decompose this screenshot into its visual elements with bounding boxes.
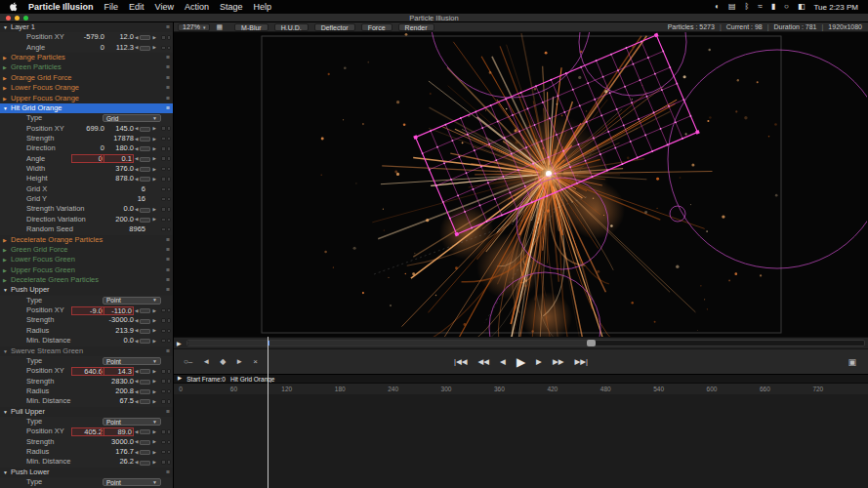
triangle-down-icon[interactable]: ▼ [3, 285, 8, 295]
battery-icon[interactable]: ▮ [771, 3, 775, 11]
spotlight-icon[interactable]: ○ [784, 3, 789, 11]
graph-toggle-icon[interactable] [167, 399, 172, 404]
mblur-button[interactable]: M-Blur [234, 23, 269, 31]
keyframe-toggle-icon[interactable] [161, 429, 166, 434]
emitter-row[interactable]: ▼Layer 1≡ [0, 22, 173, 32]
emitter-row[interactable]: ▼Pull Upper≡ [0, 407, 173, 417]
stepper-right-icon[interactable]: ▶ [152, 429, 155, 435]
param-value[interactable]: 200.8 [101, 386, 134, 396]
stepper-right-icon[interactable]: ▶ [152, 126, 155, 132]
param-value[interactable]: 67.5 [101, 396, 134, 406]
stepper-right-icon[interactable]: ▶ [152, 45, 155, 51]
keyframe-toggle-icon[interactable] [161, 207, 166, 212]
stepper-right-icon[interactable]: ▶ [152, 318, 155, 324]
timeline-tracks[interactable] [174, 394, 868, 488]
stepper-right-icon[interactable]: ▶ [152, 207, 155, 213]
triangle-right-icon[interactable]: ▶ [3, 235, 7, 245]
stepper-right-icon[interactable]: ▶ [152, 328, 155, 334]
jump-end-button[interactable]: ▶▶| [574, 358, 587, 366]
row-menu-icon[interactable]: ≡ [166, 346, 170, 356]
menu-item-stage[interactable]: Stage [220, 2, 243, 12]
keyframe-toggle-icon[interactable] [161, 308, 166, 313]
menu-item-edit[interactable]: Edit [129, 2, 145, 12]
stepper-right-icon[interactable]: ▶ [152, 217, 155, 223]
timeline-ruler[interactable]: 060120180240300360420480540600660720 [174, 383, 868, 394]
force-button[interactable]: Force [361, 23, 393, 31]
stepper-right-icon[interactable]: ▶ [152, 460, 155, 466]
triangle-right-icon[interactable]: ▶ [3, 265, 7, 275]
keyframe-toggle-icon[interactable] [161, 318, 166, 323]
stepper-right-icon[interactable]: ▶ [152, 389, 155, 395]
param-row[interactable]: Direction Variation200.0◀▶ [0, 215, 173, 224]
keyframe-toggle-icon[interactable] [161, 379, 166, 384]
graph-toggle-icon[interactable] [167, 369, 172, 374]
keyframe-toggle-icon[interactable] [161, 156, 166, 161]
stepper-right-icon[interactable]: ▶ [152, 35, 155, 41]
type-dropdown[interactable]: Point▼ [103, 357, 161, 365]
param-value[interactable]: -3000.0 [101, 315, 134, 325]
param-value[interactable]: 0 [71, 154, 104, 163]
param-row[interactable]: TypeGrid▼ [0, 113, 173, 123]
graph-toggle-icon[interactable] [167, 35, 172, 40]
type-dropdown[interactable]: Point▼ [103, 418, 161, 426]
stepper-left-icon[interactable]: ◀ [135, 369, 138, 375]
graph-toggle-icon[interactable] [167, 389, 172, 394]
emitter-row[interactable]: ▶Lower Focus Orange≡ [0, 83, 173, 93]
emitter-row[interactable]: ▶Decelerate Green Particles≡ [0, 275, 173, 285]
stepper-right-icon[interactable]: ▶ [152, 308, 155, 314]
triangle-down-icon[interactable]: ▼ [3, 407, 8, 417]
param-row[interactable]: TypePoint▼ [0, 477, 173, 487]
row-menu-icon[interactable]: ≡ [166, 255, 170, 264]
param-row[interactable]: Random Seed8965 [0, 224, 173, 234]
graph-toggle-icon[interactable] [167, 167, 172, 172]
next-keyframe-icon[interactable]: ► [235, 357, 243, 366]
stepper-right-icon[interactable]: ▶ [152, 167, 155, 173]
keyframe-toggle-icon[interactable] [161, 126, 166, 131]
stepper-drag-handle[interactable] [140, 167, 150, 172]
param-value[interactable]: -110.0 [101, 306, 134, 315]
keyframe-toggle-icon[interactable] [161, 369, 166, 374]
row-menu-icon[interactable]: ≡ [166, 245, 170, 255]
keyframe-toggle-icon[interactable] [161, 460, 166, 465]
stepper-drag-handle[interactable] [140, 218, 150, 223]
step-back-button[interactable]: ◀ [500, 358, 506, 366]
stepper-drag-handle[interactable] [140, 137, 150, 142]
graph-toggle-icon[interactable] [167, 379, 172, 384]
graph-toggle-icon[interactable] [167, 450, 172, 455]
type-dropdown[interactable]: Grid▼ [103, 114, 161, 122]
window-title-bar[interactable]: Particle Illusion [0, 14, 868, 22]
menu-item-view[interactable]: View [155, 2, 174, 12]
stepper-left-icon[interactable]: ◀ [135, 389, 138, 395]
type-dropdown[interactable]: Point▼ [103, 478, 161, 486]
row-menu-icon[interactable]: ≡ [166, 407, 170, 417]
param-value[interactable]: 200.0 [101, 215, 134, 224]
stepper-left-icon[interactable]: ◀ [135, 207, 138, 213]
param-value[interactable]: 0.1 [101, 154, 134, 163]
param-row[interactable]: Radius176.7◀▶ [0, 447, 173, 457]
app-menu-title[interactable]: Particle Illusion [28, 2, 94, 12]
param-row[interactable]: Radius213.9◀▶ [0, 326, 173, 336]
emitter-row[interactable]: ▶Orange Grid Force≡ [0, 73, 173, 83]
param-value[interactable]: 112.3 [101, 43, 134, 53]
stepper-right-icon[interactable]: ▶ [152, 137, 155, 142]
param-row[interactable]: Position XY-9.0-110.0◀▶ [0, 305, 173, 315]
keyframe-toggle-icon[interactable] [161, 329, 166, 334]
triangle-down-icon[interactable]: ▼ [3, 346, 8, 356]
param-value[interactable]: 6 [112, 184, 145, 194]
param-value[interactable]: 16 [112, 194, 145, 204]
stepper-left-icon[interactable]: ◀ [135, 439, 138, 445]
emitter-row[interactable]: ▼Push Upper≡ [0, 285, 173, 295]
triangle-right-icon[interactable]: ▶ [3, 73, 7, 83]
param-value[interactable]: 176.7 [101, 447, 134, 457]
emitter-row[interactable]: ▶Green Grid Force≡ [0, 245, 173, 255]
emitter-row[interactable]: ▶Green Particles≡ [0, 62, 173, 72]
menu-item-file[interactable]: File [104, 2, 119, 12]
play-button[interactable]: ▶ [517, 356, 525, 368]
keyframe-toggle-icon[interactable] [161, 339, 166, 344]
stepper-drag-handle[interactable] [140, 440, 150, 445]
stepper-left-icon[interactable]: ◀ [135, 146, 138, 152]
stepper-left-icon[interactable]: ◀ [135, 217, 138, 223]
triangle-down-icon[interactable]: ▼ [3, 22, 8, 32]
graph-toggle-icon[interactable] [167, 187, 172, 192]
stage-viewport[interactable] [174, 32, 868, 337]
